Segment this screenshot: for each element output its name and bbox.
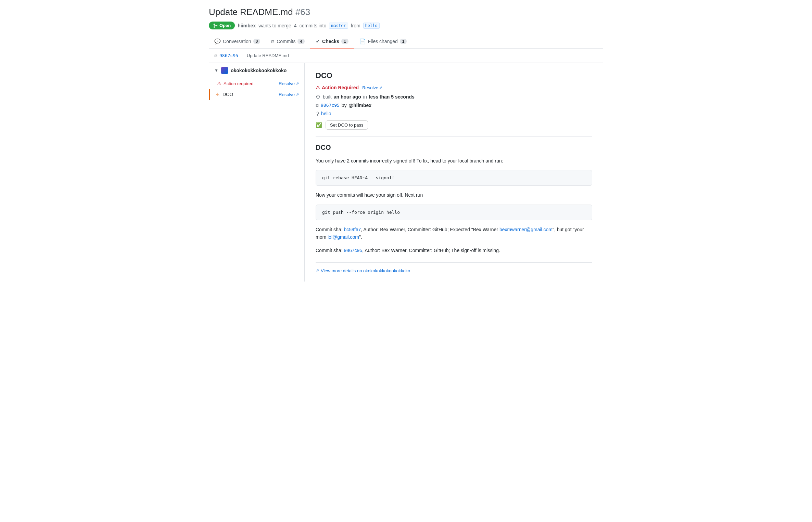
sidebar-dco-item[interactable]: ⚠ DCO Resolve ⇗ (209, 89, 304, 100)
details-ext-icon: ⇗ (316, 268, 319, 273)
main-resolve-label: Resolve (362, 85, 378, 90)
pr-number: #63 (295, 7, 310, 17)
tabs-bar: 💬 Conversation 0 ⧈ Commits 4 ✓ Checks 1 … (209, 35, 603, 49)
commit-details-2: Commit sha: 9867c95, Author: Bex Warner,… (316, 247, 592, 254)
tab-files-count: 1 (400, 39, 407, 44)
pr-title-text: Update README.md (209, 7, 293, 17)
dco-warning-icon: ⚠ (215, 92, 220, 97)
checks-icon: ✓ (316, 38, 320, 44)
open-badge-label: Open (219, 23, 231, 28)
tab-commits-count: 4 (297, 39, 305, 44)
commit-email2-link[interactable]: lol@gmail.com (328, 234, 359, 240)
external-link-icon: ⇗ (296, 81, 299, 86)
commit-ref-separator: — (240, 53, 245, 58)
pr-title: Update README.md #63 (209, 7, 603, 17)
action-resolve-link[interactable]: Resolve ⇗ (279, 81, 299, 86)
tab-conversation-label: Conversation (223, 39, 251, 44)
content-area: ▼ okokokokkokookokkoko ⚠ Action required… (209, 63, 603, 282)
sidebar: ▼ okokokokkokookokkoko ⚠ Action required… (209, 63, 305, 282)
tab-conversation[interactable]: 💬 Conversation 0 (209, 35, 266, 49)
code-block-1: git rebase HEAD~4 --signoff (316, 170, 592, 186)
action-required-badge: ⚠ Action Required (316, 85, 359, 90)
action-required-label: Action required. (224, 81, 255, 86)
branch-row: ⚳ hello (316, 111, 592, 116)
section-divider (316, 136, 592, 137)
built-separator: in (363, 94, 367, 100)
built-label: built (323, 94, 332, 100)
warning-icon: ⚠ (217, 81, 221, 86)
main-content: DCO ⚠ Action Required Resolve ⇗ ⏲ built … (305, 63, 603, 282)
code-2: git push --force origin hello (322, 210, 400, 215)
checklist-icon: ✅ (316, 122, 322, 128)
main-resolve-link[interactable]: Resolve ⇗ (362, 85, 382, 90)
prose-text-1: You only have 2 commits incorrectly sign… (316, 157, 592, 165)
open-badge: Open (209, 22, 235, 29)
main-ext-link-icon: ⇗ (379, 86, 382, 90)
branch-link[interactable]: hello (321, 111, 331, 116)
view-details-link[interactable]: View more details on okokokokkokookokkok… (321, 268, 410, 273)
dco-section-title: DCO (316, 144, 592, 152)
commit-row: ⧈ 9867c95 by @hiimbex (316, 102, 592, 108)
files-icon: 📄 (359, 38, 366, 44)
tab-checks-count: 1 (341, 39, 348, 44)
avatar (221, 67, 228, 74)
status-label: Action Required (322, 85, 359, 90)
sidebar-action-required: ⚠ Action required. Resolve ⇗ (209, 78, 304, 89)
branch-icon: ⚳ (316, 111, 319, 116)
commits-icon: ⧈ (271, 38, 275, 44)
commit-author: @hiimbex (349, 103, 372, 108)
pr-commit-count: 4 (294, 23, 297, 28)
commit-details-1: Commit sha: bc59f67, Author: Bex Warner,… (316, 226, 592, 241)
view-details-row: ⇗ View more details on okokokokkokookokk… (316, 262, 592, 273)
sidebar-org-name: okokokokkokookokkoko (231, 68, 287, 73)
view-details-label: View more details on okokokokkokookokkok… (321, 268, 410, 273)
built-row: ⏲ built an hour ago in less than 5 secon… (316, 94, 592, 100)
commit-by-label: by (342, 103, 347, 108)
commit-email1-link[interactable]: bexmwarner@gmail.com (499, 227, 553, 232)
commit-ref-sha[interactable]: 9867c95 (219, 53, 238, 58)
tab-commits[interactable]: ⧈ Commits 4 (266, 35, 310, 49)
sidebar-section: ▼ okokokokkokookokkoko ⚠ Action required… (209, 63, 304, 100)
code-1: git rebase HEAD~4 --signoff (322, 175, 394, 180)
check-status-row: ⚠ Action Required Resolve ⇗ (316, 85, 592, 90)
dco-check-left: ⚠ DCO (215, 92, 233, 97)
sidebar-header[interactable]: ▼ okokokokkokookokkoko (209, 63, 304, 78)
pr-meta: Open hiimbex wants to merge 4 commits in… (209, 22, 603, 29)
built-time: an hour ago (334, 94, 361, 100)
dco-resolve-label: Resolve (279, 92, 295, 97)
commit-ref-icon: ⧈ (214, 53, 217, 58)
conversation-icon: 💬 (214, 38, 221, 44)
commit-ref-bar: ⧈ 9867c95 — Update README.md (209, 49, 603, 63)
git-merge-icon (213, 23, 218, 28)
set-dco-button[interactable]: Set DCO to pass (326, 120, 368, 130)
dco-check-name: DCO (223, 92, 233, 97)
target-branch: master (329, 23, 348, 29)
commit-dot-icon: ⧈ (316, 102, 319, 108)
clock-icon: ⏲ (316, 94, 321, 100)
resolve-label: Resolve (279, 81, 295, 86)
tab-conversation-count: 0 (253, 39, 261, 44)
dco-resolve-link[interactable]: Resolve ⇗ (279, 92, 299, 97)
pr-merge-verb: wants to merge (258, 23, 291, 28)
status-warning-icon: ⚠ (316, 85, 320, 90)
commit-sha1-link[interactable]: bc59f67 (344, 227, 361, 232)
prose-text-2: Now your commits will have your sign off… (316, 191, 592, 199)
built-duration: less than 5 seconds (369, 94, 415, 100)
tab-checks-label: Checks (322, 39, 339, 44)
action-required-left: ⚠ Action required. (217, 81, 255, 86)
tab-files-changed[interactable]: 📄 Files changed 1 (354, 35, 413, 49)
dco-external-link-icon: ⇗ (296, 92, 299, 97)
commit-sha2-link[interactable]: 9867c95 (344, 248, 362, 253)
tab-files-label: Files changed (368, 39, 398, 44)
pr-from-label: from (351, 23, 360, 28)
source-branch: hello (363, 23, 380, 29)
tab-commits-label: Commits (277, 39, 295, 44)
code-block-2: git push --force origin hello (316, 205, 592, 220)
tasks-row: ✅ Set DCO to pass (316, 120, 592, 130)
check-title: DCO (316, 71, 592, 80)
tab-checks[interactable]: ✓ Checks 1 (310, 35, 354, 49)
pr-author: hiimbex (238, 23, 256, 28)
commit-sha-link[interactable]: 9867c95 (321, 103, 340, 108)
pr-commits-label: commits into (300, 23, 327, 28)
commit-ref-message: Update README.md (247, 53, 289, 58)
